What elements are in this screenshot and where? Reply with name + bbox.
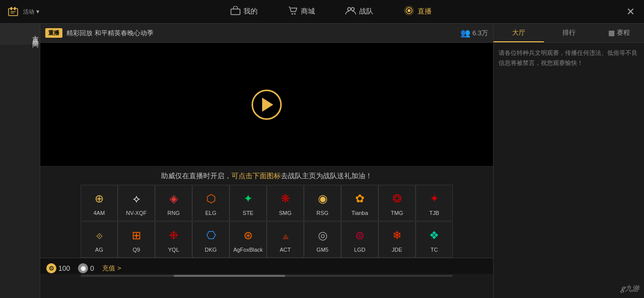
team-logo-tmg: ❂ bbox=[388, 190, 406, 208]
live-icon bbox=[404, 6, 415, 18]
team-cell-smg[interactable]: ❋SMG bbox=[267, 185, 304, 221]
svg-point-7 bbox=[294, 13, 295, 15]
team-logo-q9: ⊞ bbox=[127, 227, 145, 245]
team-cell-4am[interactable]: ⊕4AM bbox=[80, 185, 118, 221]
team-name-tmg: TMG bbox=[391, 210, 403, 216]
viewer-icon: 👥 bbox=[460, 28, 470, 38]
recharge-button[interactable]: 充值 > bbox=[102, 264, 121, 273]
svg-point-10 bbox=[408, 9, 411, 12]
team-name-tc: TC bbox=[431, 247, 438, 253]
tab-schedule[interactable]: ▦ 赛程 bbox=[594, 24, 644, 42]
scrollbar-thumb[interactable] bbox=[174, 275, 285, 277]
viewer-count: 👥 6.3万 bbox=[460, 28, 488, 38]
nav-shop[interactable]: 商城 bbox=[288, 6, 315, 18]
tab-hall-label: 大厅 bbox=[512, 28, 525, 37]
team-cell-nv-xqf[interactable]: ⟡NV-XQF bbox=[118, 185, 155, 221]
team-cell-dkg[interactable]: ⎔DKG bbox=[192, 221, 229, 258]
nav-team[interactable]: 战队 bbox=[345, 6, 373, 18]
left-sidebar: 主直播间 bbox=[0, 24, 40, 298]
right-content: 请各位特种兵文明观赛，传播任何违法、低俗等不良信息将被禁言，祝您观赛愉快！ bbox=[494, 43, 644, 298]
team-cell-tmg[interactable]: ❂TMG bbox=[378, 185, 416, 221]
scrollbar-container bbox=[40, 274, 493, 278]
svg-rect-0 bbox=[9, 9, 18, 16]
team-cell-rsg[interactable]: ◉RSG bbox=[304, 185, 341, 221]
jiuyou-logo: 𝑔九游 bbox=[620, 281, 639, 294]
right-tabs: 大厅 排行 ▦ 赛程 bbox=[494, 24, 644, 43]
svg-rect-2 bbox=[14, 7, 16, 10]
recharge-label: 充值 bbox=[102, 264, 115, 273]
team-name-jde: JDE bbox=[392, 247, 403, 253]
nav-center: 我的 商城 战队 bbox=[39, 6, 622, 18]
nav-left: 活动 ▾ bbox=[5, 4, 39, 20]
team-name-rsg: RSG bbox=[316, 210, 329, 216]
nav-live[interactable]: 直播 bbox=[404, 6, 432, 18]
team-name-smg: SMG bbox=[279, 210, 291, 216]
team-name-agfoxblack: AgFoxBlack bbox=[233, 247, 263, 253]
svg-rect-5 bbox=[231, 9, 240, 15]
team-logo-ste: ✦ bbox=[239, 190, 257, 208]
team-logo-nv-xqf: ⟡ bbox=[127, 190, 145, 208]
team-grid-row2: ⟐AG⊞Q9❉YQL⎔DKG⊛AgFoxBlack⟁ACT◎GM5⊜LGD❄JD… bbox=[40, 221, 493, 258]
svg-point-8 bbox=[348, 8, 351, 11]
nav-my[interactable]: 我的 bbox=[230, 6, 258, 18]
gold-amount: 100 bbox=[58, 264, 70, 272]
main-area: 主直播间 重播 精彩回放 和平精英春晚心动季 👥 6.3万 助威仅在直播时开启，… bbox=[0, 24, 644, 298]
close-button[interactable]: ✕ bbox=[622, 6, 639, 18]
tab-rank-label: 排行 bbox=[562, 28, 576, 37]
team-cell-agfoxblack[interactable]: ⊛AgFoxBlack bbox=[229, 221, 267, 258]
video-title: 精彩回放 和平精英春晚心动季 bbox=[66, 29, 153, 38]
cheer-link[interactable]: 可点击下面图标 bbox=[231, 172, 281, 180]
svg-point-6 bbox=[291, 13, 293, 15]
team-logo-4am: ⊕ bbox=[90, 190, 108, 208]
gold-currency: ⊙ 100 bbox=[46, 263, 70, 273]
team-cell-rng[interactable]: ◈RNG bbox=[155, 185, 192, 221]
recharge-arrow: > bbox=[117, 264, 121, 272]
team-name-ste: STE bbox=[243, 210, 253, 216]
team-name-rng: RNG bbox=[168, 210, 180, 216]
team-cell-tianba[interactable]: ✿Tianba bbox=[341, 185, 378, 221]
team-logo-tjb: ✦ bbox=[425, 190, 443, 208]
team-cell-gm5[interactable]: ◎GM5 bbox=[304, 221, 341, 258]
team-cell-ste[interactable]: ✦STE bbox=[229, 185, 267, 221]
team-name-elg: ELG bbox=[205, 210, 216, 216]
team-cell-elg[interactable]: ⬡ELG bbox=[192, 185, 229, 221]
team-logo-gm5: ◎ bbox=[313, 227, 332, 245]
team-cell-tjb[interactable]: ✦TJB bbox=[416, 185, 453, 221]
team-logo-elg: ⬡ bbox=[202, 190, 220, 208]
sidebar-label[interactable]: 主直播间 bbox=[0, 24, 40, 44]
team-logo-smg: ❋ bbox=[276, 190, 294, 208]
play-button[interactable] bbox=[252, 90, 282, 120]
activity-label: 活动 bbox=[23, 8, 34, 16]
team-cell-ag[interactable]: ⟐AG bbox=[80, 221, 118, 258]
silver-currency: ◉ 0 bbox=[78, 263, 94, 273]
silver-icon: ◉ bbox=[78, 263, 88, 273]
cheer-text-after: 去战队主页为战队送礼加油！ bbox=[281, 172, 372, 180]
team-logo-ag: ⟐ bbox=[90, 227, 108, 245]
team-logo-yql: ❉ bbox=[165, 227, 183, 245]
team-name-yql: YQL bbox=[168, 247, 179, 253]
team-grid-row1: ⊕4AM⟡NV-XQF◈RNG⬡ELG✦STE❋SMG◉RSG✿Tianba❂T… bbox=[40, 185, 493, 221]
team-name-q9: Q9 bbox=[133, 247, 140, 253]
tab-rank[interactable]: 排行 bbox=[544, 24, 594, 42]
team-name-tianba: Tianba bbox=[351, 210, 368, 216]
team-cell-jde[interactable]: ❄JDE bbox=[378, 221, 416, 258]
team-cell-lgd[interactable]: ⊜LGD bbox=[341, 221, 378, 258]
team-logo-dkg: ⎔ bbox=[202, 227, 220, 245]
tab-hall[interactable]: 大厅 bbox=[494, 24, 544, 42]
team-cell-act[interactable]: ⟁ACT bbox=[267, 221, 304, 258]
top-nav: 活动 ▾ 我的 商城 bbox=[0, 0, 644, 24]
team-logo-tianba: ✿ bbox=[351, 190, 369, 208]
live-badge: 重播 bbox=[45, 28, 62, 38]
team-logo-agfoxblack: ⊛ bbox=[239, 227, 257, 245]
viewer-number: 6.3万 bbox=[472, 29, 488, 38]
team-cell-q9[interactable]: ⊞Q9 bbox=[118, 221, 155, 258]
video-player[interactable] bbox=[40, 43, 493, 166]
play-triangle-icon bbox=[262, 98, 273, 112]
gold-icon: ⊙ bbox=[46, 263, 56, 273]
team-cell-yql[interactable]: ❉YQL bbox=[155, 221, 192, 258]
cheer-text-before: 助威仅在直播时开启， bbox=[161, 172, 231, 180]
team-cell-tc[interactable]: ❖TC bbox=[416, 221, 453, 258]
cheer-section: 助威仅在直播时开启，可点击下面图标去战队主页为战队送礼加油！ bbox=[40, 166, 493, 184]
live-label: 直播 bbox=[418, 7, 432, 16]
team-name-4am: 4AM bbox=[94, 210, 105, 216]
